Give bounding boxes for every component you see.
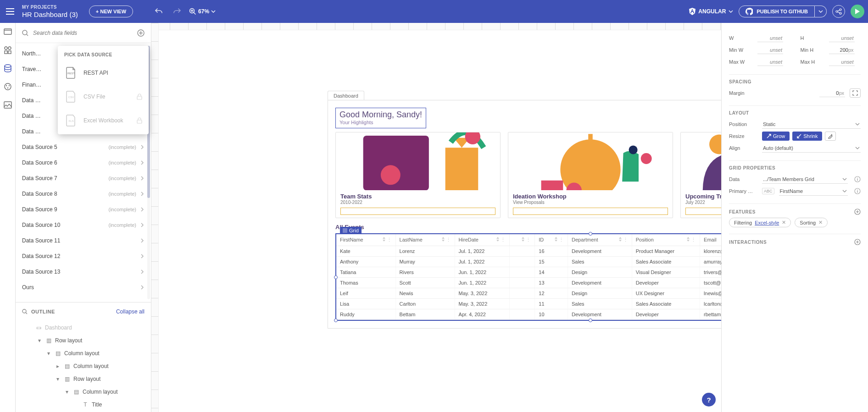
height-field[interactable]: unset (829, 34, 855, 42)
table-row[interactable]: KateLorenzJul. 1, 202216DevelopmentProdu… (336, 246, 721, 257)
chevron-down-icon (211, 10, 216, 13)
rail-assets[interactable] (3, 100, 13, 110)
tree-node-row[interactable]: ▾▥Row layout (17, 334, 149, 347)
shrink-button[interactable]: Shrink (792, 132, 822, 141)
datasource-popover: PICK DATA SOURCE REST REST API CSV CSV F… (58, 46, 149, 134)
greeting-block[interactable]: Good Morning, Sandy! Your Highlights (335, 108, 426, 128)
primary-key-select[interactable]: FirstName (779, 187, 848, 196)
svg-rect-29 (588, 134, 593, 143)
tree-node-title[interactable]: TTitle (17, 398, 149, 411)
maxw-field[interactable]: unset (757, 58, 783, 66)
artboard-tab[interactable]: Dashboard (328, 91, 364, 100)
datasource-item[interactable]: Data Source 7(incomplete) (16, 170, 151, 186)
redo-button[interactable] (171, 5, 184, 18)
publish-button[interactable]: PUBLISH TO GITHUB (739, 5, 815, 17)
maxh-field[interactable]: unset (829, 58, 855, 66)
zoom-value: 67% (198, 8, 209, 15)
share-icon (835, 8, 842, 15)
add-feature-button[interactable] (854, 209, 861, 215)
grid-header[interactable]: HireDate⋮ (455, 234, 509, 246)
filtering-chip[interactable]: Filtering Excel-style ✕ (729, 218, 791, 227)
datasource-item[interactable]: Data Source 11 (16, 233, 151, 248)
info-icon[interactable] (854, 176, 861, 182)
margin-expand-button[interactable] (850, 88, 861, 98)
grid-header[interactable]: Email⋮ (700, 234, 721, 246)
new-view-button[interactable]: + NEW VIEW (89, 5, 133, 17)
add-interaction-button[interactable] (854, 239, 861, 245)
rail-theme[interactable] (3, 82, 13, 92)
datasource-item[interactable]: Data Source 13 (16, 264, 151, 280)
sorting-chip[interactable]: Sorting ✕ (795, 218, 828, 227)
add-datasource-button[interactable] (137, 29, 145, 37)
rail-components[interactable] (3, 45, 13, 55)
datasource-item[interactable]: Data Source 6(incomplete) (16, 155, 151, 170)
align-select[interactable]: Auto (default) (762, 144, 861, 153)
svg-point-2 (836, 11, 838, 12)
tree-node-row2[interactable]: ▾▥Row layout (17, 373, 149, 385)
datasource-item[interactable]: Data Source 8(incomplete) (16, 186, 151, 202)
run-button[interactable] (851, 5, 864, 18)
table-row[interactable]: AnthonyMurrayJul. 1, 202215SalesSales As… (336, 257, 721, 267)
table-row[interactable]: LisaCarltonMay. 3, 202211SalesSales Asso… (336, 299, 721, 309)
search-icon (22, 309, 28, 314)
grid-header[interactable]: Department⋮ (568, 234, 632, 246)
tree-node-col3[interactable]: ▾▤Column layout (17, 385, 149, 398)
remove-filter-icon[interactable]: ✕ (782, 220, 786, 225)
table-row[interactable]: ThomasScottJun. 1, 202213DevelopmentDeve… (336, 278, 721, 288)
zoom-control[interactable]: 67% (189, 8, 216, 15)
top-bar: MY PROJECTS HR Dashboard (3) + NEW VIEW … (0, 0, 868, 23)
popover-rest-api[interactable]: REST REST API (58, 61, 149, 85)
grid-header[interactable]: ⋮ (509, 234, 535, 246)
datasource-item[interactable]: Data Source 12 (16, 248, 151, 264)
minh-field[interactable]: 200px (829, 46, 855, 54)
margin-field[interactable]: 0px (819, 89, 845, 97)
grid-header[interactable]: ID⋮ (535, 234, 568, 246)
popover-title: PICK DATA SOURCE (58, 50, 149, 61)
menu-button[interactable] (4, 5, 17, 18)
position-select[interactable]: Static (762, 120, 861, 129)
grow-button[interactable]: Grow (762, 132, 790, 141)
tree-node-dashboard[interactable]: ▭Dashboard (17, 321, 149, 334)
remove-sort-icon[interactable]: ✕ (818, 220, 823, 225)
rail-data[interactable] (3, 63, 13, 73)
breadcrumb[interactable]: MY PROJECTS HR Dashboard (3) (22, 5, 78, 18)
share-button[interactable] (832, 5, 845, 18)
width-field[interactable]: unset (757, 34, 783, 42)
table-row[interactable]: LeifNewisMay. 3, 202212DesignUX Designer… (336, 288, 721, 299)
canvas[interactable]: Dashboard Good Morning, Sandy! Your High… (151, 23, 721, 412)
minw-field[interactable]: unset (757, 46, 783, 54)
datasource-item[interactable]: Data Source 9(incomplete) (16, 202, 151, 217)
datasource-item[interactable]: Data Source 10(incomplete) (16, 217, 151, 233)
svg-point-31 (629, 145, 638, 154)
highlight-card[interactable]: Team Stats2010-2022 (335, 132, 501, 218)
datasource-item[interactable]: Data Source 5(incomplete) (16, 139, 151, 155)
highlight-card[interactable]: Upcoming TrainingJuly 2022 (680, 132, 721, 218)
resize-edit-button[interactable] (825, 132, 836, 141)
svg-rect-14 (4, 102, 11, 108)
grid-component[interactable]: FirstName⋮LastName⋮HireDate⋮⋮ID⋮Departme… (335, 233, 721, 321)
data-select[interactable]: .../Team Members Grid (762, 175, 848, 184)
svg-point-10 (5, 83, 11, 90)
framework-selector[interactable]: ANGULAR (689, 8, 733, 15)
info-icon[interactable] (854, 188, 861, 194)
rail-views[interactable] (3, 27, 13, 37)
publish-dropdown-button[interactable] (815, 5, 827, 17)
table-row[interactable]: RuddyBettamApr. 4, 202210DevelopmentDeve… (336, 309, 721, 320)
datasource-item[interactable]: Ours (16, 280, 151, 295)
grid-header[interactable]: LastName⋮ (395, 234, 455, 246)
search-input[interactable] (32, 29, 134, 37)
grid-header[interactable]: FirstName⋮ (336, 234, 395, 246)
table-row[interactable]: TatianaRiversJun. 1, 202214DesignVisual … (336, 267, 721, 278)
chevron-down-icon (729, 10, 733, 13)
grid-header[interactable]: Position⋮ (632, 234, 700, 246)
undo-button[interactable] (152, 5, 165, 18)
popover-csv: CSV CSV File (58, 85, 149, 109)
tree-node-col[interactable]: ▾▤Column layout (17, 347, 149, 360)
help-button[interactable]: ? (702, 393, 716, 407)
collapse-all-link[interactable]: Collapse all (116, 308, 145, 315)
features-section: FEATURES Filtering Excel-style ✕ Sorting… (729, 204, 861, 234)
data-grid[interactable]: FirstName⋮LastName⋮HireDate⋮⋮ID⋮Departme… (336, 234, 721, 320)
highlight-card[interactable]: Ideation WorkshopView Proposals (508, 132, 673, 218)
github-icon (746, 8, 753, 15)
tree-node-col2[interactable]: ▸▤Column layout (17, 360, 149, 373)
